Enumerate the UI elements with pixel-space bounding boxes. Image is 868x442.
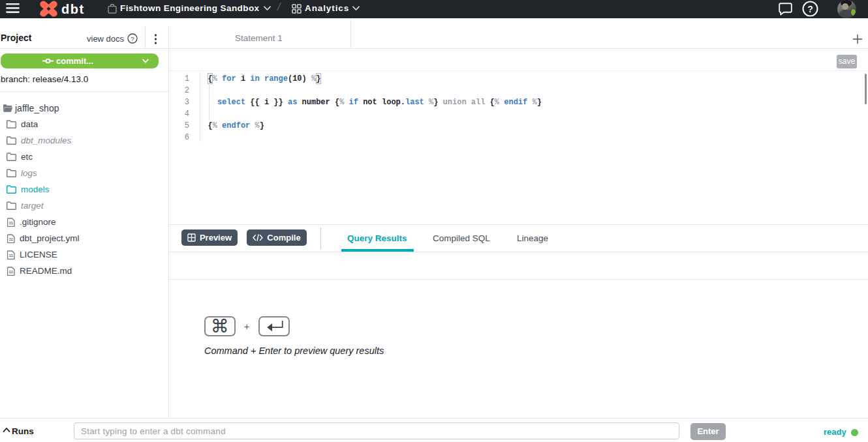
svg-text:?: ? xyxy=(807,4,813,14)
svg-text:?: ? xyxy=(131,35,134,42)
